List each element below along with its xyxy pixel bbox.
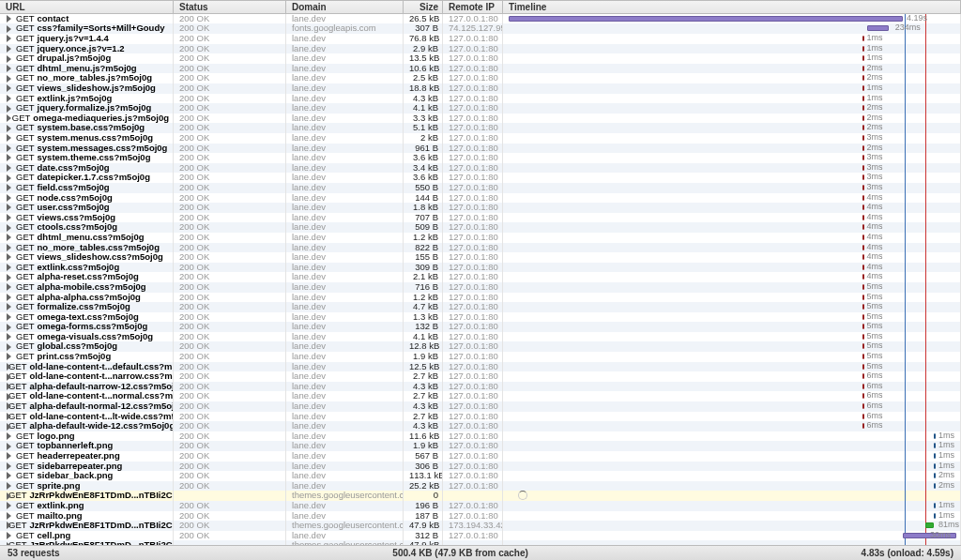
request-url-cell[interactable]: GETold-lane-content-t...lt-wide.css?m5oj… xyxy=(0,412,174,422)
table-row[interactable]: GETomega-text.css?m5oj0g200 OKlane.dev1.… xyxy=(0,312,961,323)
table-row[interactable]: GETjquery.js?v=1.4.4200 OKlane.dev76.8 k… xyxy=(0,34,961,44)
expand-icon[interactable] xyxy=(6,303,13,310)
request-url-cell[interactable]: GETprint.css?m5oj0g xyxy=(0,352,174,362)
request-url-cell[interactable]: GETJzRrPkdwEnE8F1TDmD...nTBIi2CPCdpvk. xyxy=(0,521,174,531)
request-url-cell[interactable]: GETviews_slideshow.css?m5oj0g xyxy=(0,252,174,263)
table-row[interactable]: GETsystem.menus.css?m5oj0g200 OKlane.dev… xyxy=(0,133,961,144)
expand-icon[interactable] xyxy=(6,472,13,479)
table-row[interactable]: GETalpha-alpha.css?m5oj0g200 OKlane.dev1… xyxy=(0,293,961,303)
table-row[interactable]: GETmailto.png200 OKlane.dev187 B127.0.0.… xyxy=(0,511,961,522)
expand-icon[interactable] xyxy=(6,144,13,152)
expand-icon[interactable] xyxy=(6,114,9,122)
expand-icon[interactable] xyxy=(6,462,13,470)
expand-icon[interactable] xyxy=(6,264,13,271)
request-url-cell[interactable]: GETsystem.menus.css?m5oj0g xyxy=(0,133,174,144)
table-row[interactable]: GETviews.css?m5oj0g200 OKlane.dev707 B12… xyxy=(0,213,961,223)
table-row[interactable]: GETold-lane-content-t...normal.css?m5oj0… xyxy=(0,391,961,401)
request-url-cell[interactable]: GETdatepicker.1.7.css?m5oj0g xyxy=(0,173,174,183)
table-row[interactable]: GETsidebar_back.png200 OKlane.dev113.1 k… xyxy=(0,471,961,481)
col-header-domain[interactable]: Domain xyxy=(286,1,404,13)
expand-icon[interactable] xyxy=(6,65,13,72)
request-url-cell[interactable]: GETalpha-default-narrow-12.css?m5oj0g xyxy=(0,382,174,392)
expand-icon[interactable] xyxy=(6,95,13,102)
table-row[interactable]: GETalpha-mobile.css?m5oj0g200 OKlane.dev… xyxy=(0,282,961,293)
request-url-cell[interactable]: GETsystem.messages.css?m5oj0g xyxy=(0,144,174,154)
table-row[interactable]: GETno_more_tables.css?m5oj0g200 OKlane.d… xyxy=(0,243,961,253)
request-url-cell[interactable]: GETviews.css?m5oj0g xyxy=(0,213,174,223)
request-url-cell[interactable]: GETlogo.png xyxy=(0,431,174,442)
request-url-cell[interactable]: GETsprite.png xyxy=(0,481,174,492)
expand-icon[interactable] xyxy=(6,244,13,251)
request-url-cell[interactable]: GETviews_slideshow.js?m5oj0g xyxy=(0,83,174,94)
expand-icon[interactable] xyxy=(6,55,13,63)
request-url-cell[interactable]: GETsidebar_back.png xyxy=(0,471,174,481)
table-row[interactable]: GETjquery.formalize.js?m5oj0g200 OKlane.… xyxy=(0,103,961,114)
expand-icon[interactable] xyxy=(6,253,13,261)
table-row[interactable]: GETextlink.js?m5oj0g200 OKlane.dev4.3 kB… xyxy=(0,94,961,104)
expand-icon[interactable] xyxy=(6,313,13,321)
request-url-cell[interactable]: GETsystem.base.css?m5oj0g xyxy=(0,123,174,133)
request-url-cell[interactable]: GETextlink.js?m5oj0g xyxy=(0,94,174,104)
expand-icon[interactable] xyxy=(6,353,13,360)
table-row[interactable]: GETuser.css?m5oj0g200 OKlane.dev1.8 kB12… xyxy=(0,203,961,213)
table-row[interactable]: GETalpha-default-narrow-12.css?m5oj0g200… xyxy=(0,382,961,392)
table-row[interactable]: GETnode.css?m5oj0g200 OKlane.dev144 B127… xyxy=(0,193,961,204)
table-row[interactable]: GETextlink.png200 OKlane.dev196 B127.0.0… xyxy=(0,501,961,511)
expand-icon[interactable] xyxy=(6,512,13,520)
request-url-cell[interactable]: GETsidebarrepeater.png xyxy=(0,462,174,472)
request-url-cell[interactable]: GETalpha-default-normal-12.css?m5oj0g xyxy=(0,401,174,412)
request-url-cell[interactable]: GETjquery.formalize.js?m5oj0g xyxy=(0,103,174,114)
expand-icon[interactable] xyxy=(6,15,13,23)
request-url-cell[interactable]: GETcontact xyxy=(0,14,174,24)
table-row[interactable]: GETomega-forms.css?m5oj0g200 OKlane.dev1… xyxy=(0,322,961,332)
expand-icon[interactable] xyxy=(6,324,13,331)
request-url-cell[interactable]: GETctools.css?m5oj0g xyxy=(0,222,174,233)
col-header-timeline[interactable]: Timeline xyxy=(503,1,961,13)
request-url-cell[interactable]: GETuser.css?m5oj0g xyxy=(0,203,174,213)
request-url-cell[interactable]: GETextlink.png xyxy=(0,501,174,511)
table-row[interactable]: GETdhtml_menu.css?m5oj0g200 OKlane.dev1.… xyxy=(0,233,961,243)
table-row[interactable]: GETlogo.png200 OKlane.dev11.6 kB127.0.0.… xyxy=(0,431,961,442)
table-row[interactable]: GETold-lane-content-t...narrow.css?m5oj0… xyxy=(0,371,961,382)
request-url-cell[interactable]: GETold-lane-content-t...normal.css?m5oj0… xyxy=(0,391,174,401)
request-url-cell[interactable]: GETomega-forms.css?m5oj0g xyxy=(0,322,174,332)
table-row[interactable]: GETcell.png200 OKlane.dev312 B127.0.0.1:… xyxy=(0,531,961,541)
request-url-cell[interactable]: GETalpha-default-wide-12.css?m5oj0g xyxy=(0,421,174,431)
expand-icon[interactable] xyxy=(6,274,13,281)
table-row[interactable]: GETno_more_tables.js?m5oj0g200 OKlane.de… xyxy=(0,73,961,83)
request-url-cell[interactable]: GETdate.css?m5oj0g xyxy=(0,163,174,174)
table-row[interactable]: GETomega-visuals.css?m5oj0g200 OKlane.de… xyxy=(0,332,961,342)
expand-icon[interactable] xyxy=(6,45,13,53)
table-row[interactable]: GETJzRrPkdwEnE8F1TDmD...nTBIi2CPCdpvk.th… xyxy=(0,491,961,501)
table-row[interactable]: GETctools.css?m5oj0g200 OKlane.dev509 B1… xyxy=(0,222,961,233)
expand-icon[interactable] xyxy=(6,283,13,291)
request-url-cell[interactable]: GETnode.css?m5oj0g xyxy=(0,193,174,204)
col-header-status[interactable]: Status xyxy=(174,1,286,13)
table-row[interactable]: GETheaderrepeater.png200 OKlane.dev567 B… xyxy=(0,451,961,462)
request-url-cell[interactable]: GETsystem.theme.css?m5oj0g xyxy=(0,153,174,163)
expand-icon[interactable] xyxy=(6,105,13,113)
col-header-url[interactable]: URL xyxy=(0,1,174,13)
request-url-cell[interactable]: GETmailto.png xyxy=(0,511,174,522)
request-url-cell[interactable]: GETold-lane-content-t...narrow.css?m5oj0… xyxy=(0,371,174,382)
expand-icon[interactable] xyxy=(6,75,13,83)
expand-icon[interactable] xyxy=(6,532,13,539)
request-url-cell[interactable]: GETjquery.once.js?v=1.2 xyxy=(0,44,174,54)
request-url-cell[interactable]: GETomega-visuals.css?m5oj0g xyxy=(0,332,174,342)
table-row[interactable]: GETsystem.theme.css?m5oj0g200 OKlane.dev… xyxy=(0,153,961,163)
expand-icon[interactable] xyxy=(6,204,13,211)
table-row[interactable]: GETfield.css?m5oj0g200 OKlane.dev550 B12… xyxy=(0,183,961,193)
request-url-cell[interactable]: GETno_more_tables.css?m5oj0g xyxy=(0,243,174,253)
table-row[interactable]: GETviews_slideshow.css?m5oj0g200 OKlane.… xyxy=(0,252,961,263)
request-url-cell[interactable]: GETdhtml_menu.css?m5oj0g xyxy=(0,233,174,243)
table-row[interactable]: GETcss?family=Sorts+Mill+Goudy200 OKfont… xyxy=(0,23,961,34)
table-row[interactable]: GETalpha-default-wide-12.css?m5oj0g200 O… xyxy=(0,421,961,431)
request-url-cell[interactable]: GETalpha-reset.css?m5oj0g xyxy=(0,272,174,282)
col-header-remote[interactable]: Remote IP xyxy=(443,1,503,13)
request-url-cell[interactable]: GETglobal.css?m5oj0g xyxy=(0,341,174,352)
request-url-cell[interactable]: GETfield.css?m5oj0g xyxy=(0,183,174,193)
table-row[interactable]: GETextlink.css?m5oj0g200 OKlane.dev309 B… xyxy=(0,263,961,273)
expand-icon[interactable] xyxy=(6,125,13,132)
expand-icon[interactable] xyxy=(6,134,13,142)
table-row[interactable]: GETdate.css?m5oj0g200 OKlane.dev3.4 kB12… xyxy=(0,163,961,174)
